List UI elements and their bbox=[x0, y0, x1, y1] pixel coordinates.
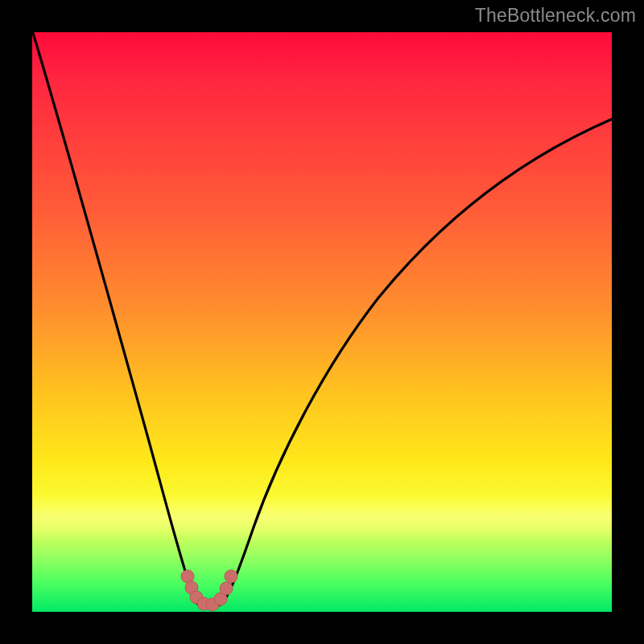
marker-dot bbox=[220, 582, 233, 595]
optimal-marker-group bbox=[181, 570, 237, 611]
bottleneck-chart bbox=[32, 32, 612, 612]
watermark-text: TheBottleneck.com bbox=[475, 5, 636, 27]
marker-dot bbox=[225, 570, 237, 583]
chart-stage: TheBottleneck.com bbox=[0, 0, 644, 644]
bottleneck-curve bbox=[33, 33, 612, 608]
